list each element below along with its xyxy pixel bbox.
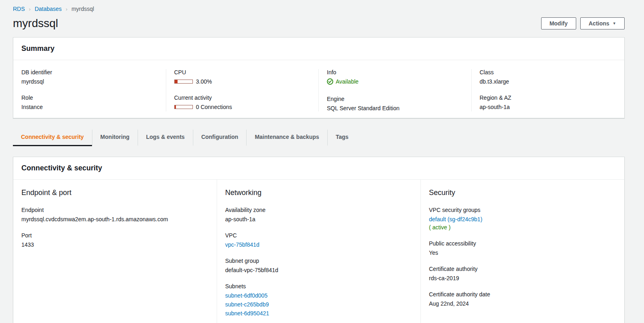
security-group-status: ( active ) [429,224,616,231]
subnet-group-field: Subnet group default-vpc-75bf841d [225,258,412,273]
db-identifier-label: DB identifier [21,69,158,76]
tab-maintenance-backups[interactable]: Maintenance & backups [246,130,327,146]
class-value: db.t3.xlarge [480,78,617,85]
public-accessibility-label: Public accessibility [429,240,616,247]
tab-connectivity-security[interactable]: Connectivity & security [13,130,92,146]
security-column: Security VPC security groups default (sg… [421,180,624,323]
role-value: Instance [21,104,158,110]
security-group-link[interactable]: default (sg-df24c9b1) [429,216,482,222]
cpu-value: 3.00% [196,78,212,85]
summary-card-header: Summary [13,38,624,60]
actions-button[interactable]: Actions ▼ [580,17,625,29]
cpu-label: CPU [174,69,311,76]
page: RDS › Databases › myrdssql myrdssql Modi… [0,0,644,323]
breadcrumb-separator-icon: › [29,6,31,12]
summary-column-metrics: CPU 3.00% Current activity 0 Connections [166,69,319,111]
engine-label: Engine [327,96,463,102]
vpc-field: VPC vpc-75bf841d [225,232,412,248]
class-field: Class db.t3.xlarge [480,69,617,85]
connectivity-grid: Endpoint & port Endpoint myrdssql.cvdcds… [13,180,624,323]
vpc-label: VPC [225,232,412,239]
certificate-authority-date-label: Certificate authority date [429,291,616,298]
connectivity-title: Connectivity & security [21,164,616,172]
endpoint-port-title: Endpoint & port [21,189,209,197]
summary-column-status: Info Available Engine SQL Server Standar… [319,69,472,111]
summary-grid: DB identifier myrdssql Role Instance CPU… [13,60,624,118]
region-az-field: Region & AZ ap-south-1a [480,94,617,110]
connections-progress-bar [174,105,193,109]
caret-down-icon: ▼ [613,21,616,25]
summary-column-identity: DB identifier myrdssql Role Instance [13,69,166,111]
availability-zone-label: Availability zone [225,207,412,213]
endpoint-label: Endpoint [21,207,209,213]
port-field: Port 1433 [21,232,209,248]
info-value: Available [336,78,359,85]
cpu-progress-bar [174,80,193,84]
security-title: Security [429,189,616,197]
vpc-security-groups-field: VPC security groups default (sg-df24c9b1… [429,207,616,231]
availability-zone-value: ap-south-1a [225,216,412,222]
summary-column-class: Class db.t3.xlarge Region & AZ ap-south-… [472,69,625,111]
subnets-label: Subnets [225,283,412,289]
modify-button-label: Modify [550,20,568,27]
certificate-authority-field: Certificate authority rds-ca-2019 [429,266,616,281]
networking-column: Networking Availability zone ap-south-1a… [217,180,421,323]
subnet-link[interactable]: subnet-6d950421 [225,310,412,317]
current-activity-field: Current activity 0 Connections [174,94,311,110]
subnet-link[interactable]: subnet-6df0d005 [225,292,412,299]
port-value: 1433 [21,241,209,248]
header-actions: Modify Actions ▼ [541,17,625,29]
endpoint-port-column: Endpoint & port Endpoint myrdssql.cvdcds… [13,180,217,323]
region-az-label: Region & AZ [480,94,617,101]
summary-card: Summary DB identifier myrdssql Role Inst… [13,37,625,118]
current-activity-value: 0 Connections [196,104,232,110]
public-accessibility-value: Yes [429,250,616,256]
detail-tabs: Connectivity & security Monitoring Logs … [13,130,625,146]
summary-title: Summary [21,44,616,53]
breadcrumb-link-rds[interactable]: RDS [13,6,25,12]
tab-logs-events[interactable]: Logs & events [138,130,193,146]
tab-configuration[interactable]: Configuration [193,130,247,146]
networking-title: Networking [225,189,412,197]
certificate-authority-value: rds-ca-2019 [429,275,616,281]
role-label: Role [21,94,158,101]
port-label: Port [21,232,209,239]
page-header: myrdssql Modify Actions ▼ [13,17,625,30]
db-identifier-value: myrdssql [21,78,158,85]
certificate-authority-label: Certificate authority [429,266,616,272]
actions-button-label: Actions [589,20,609,27]
info-field: Info Available [327,69,463,86]
region-az-value: ap-south-1a [480,104,617,110]
certificate-authority-date-value: Aug 22nd, 2024 [429,300,616,307]
status-badge: Available [327,78,359,85]
subnet-group-label: Subnet group [225,258,412,264]
class-label: Class [480,69,617,76]
vpc-link[interactable]: vpc-75bf841d [225,241,259,248]
info-label: Info [327,69,463,76]
breadcrumb-current: myrdssql [71,6,94,12]
role-field: Role Instance [21,94,158,110]
tab-tags[interactable]: Tags [327,130,357,146]
page-title: myrdssql [13,17,58,30]
breadcrumb-link-databases[interactable]: Databases [35,6,62,12]
subnets-field: Subnets subnet-6df0d005 subnet-c265bdb9 … [225,283,412,317]
modify-button[interactable]: Modify [541,17,576,29]
connectivity-card-header: Connectivity & security [13,157,624,180]
breadcrumb: RDS › Databases › myrdssql [13,4,625,16]
tab-monitoring[interactable]: Monitoring [92,130,138,146]
vpc-security-groups-label: VPC security groups [429,207,616,213]
check-circle-icon [327,78,333,85]
current-activity-label: Current activity [174,94,311,101]
engine-field: Engine SQL Server Standard Edition [327,96,463,111]
breadcrumb-separator-icon: › [66,6,67,12]
public-accessibility-field: Public accessibility Yes [429,240,616,256]
subnet-group-value: default-vpc-75bf841d [225,267,412,273]
cpu-field: CPU 3.00% [174,69,311,85]
connectivity-security-card: Connectivity & security Endpoint & port … [13,157,625,323]
certificate-authority-date-field: Certificate authority date Aug 22nd, 202… [429,291,616,307]
db-identifier-field: DB identifier myrdssql [21,69,158,85]
availability-zone-field: Availability zone ap-south-1a [225,207,412,222]
subnet-link[interactable]: subnet-c265bdb9 [225,301,412,308]
endpoint-value: myrdssql.cvdcdsmwa2em.ap-south-1.rds.ama… [21,216,209,222]
endpoint-field: Endpoint myrdssql.cvdcdsmwa2em.ap-south-… [21,207,209,222]
